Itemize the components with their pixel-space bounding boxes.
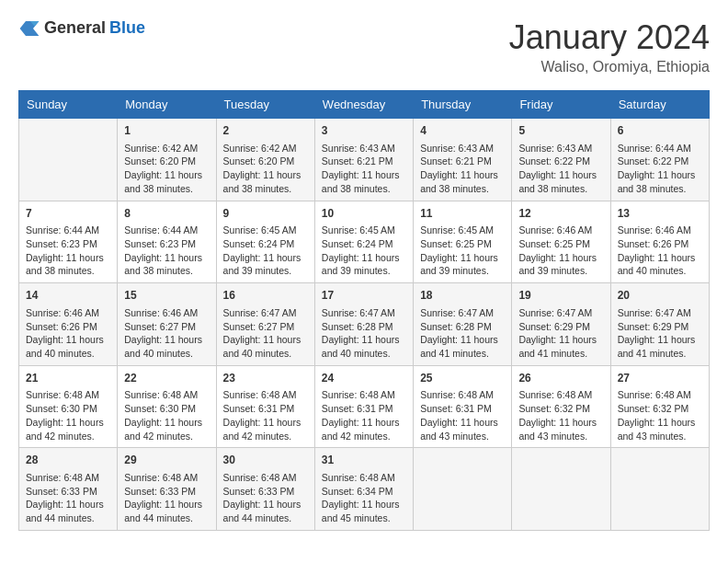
calendar-cell: 12Sunrise: 6:46 AM Sunset: 6:25 PM Dayli…	[512, 201, 610, 283]
day-number: 9	[223, 206, 308, 222]
calendar-cell: 19Sunrise: 6:47 AM Sunset: 6:29 PM Dayli…	[512, 283, 610, 366]
calendar-cell: 4Sunrise: 6:43 AM Sunset: 6:21 PM Daylig…	[414, 119, 512, 201]
calendar-cell: 24Sunrise: 6:48 AM Sunset: 6:31 PM Dayli…	[314, 365, 413, 448]
day-number: 16	[223, 288, 308, 304]
day-number: 12	[518, 206, 603, 222]
calendar-week-row: 14Sunrise: 6:46 AM Sunset: 6:26 PM Dayli…	[19, 283, 710, 366]
day-info: Sunrise: 6:46 AM Sunset: 6:26 PM Dayligh…	[618, 224, 702, 278]
day-number: 24	[322, 371, 406, 386]
month-title: January 2024	[509, 18, 710, 57]
calendar-cell: 31Sunrise: 6:48 AM Sunset: 6:34 PM Dayli…	[314, 448, 413, 531]
day-number: 25	[420, 371, 505, 386]
day-number: 20	[618, 288, 702, 304]
day-number: 8	[124, 206, 209, 222]
col-header-wednesday: Wednesday	[314, 91, 413, 119]
page-header: GeneralBlue January 2024 Waliso, Oromiya…	[18, 18, 710, 75]
calendar-cell: 25Sunrise: 6:48 AM Sunset: 6:31 PM Dayli…	[414, 365, 512, 448]
calendar-cell: 14Sunrise: 6:46 AM Sunset: 6:26 PM Dayli…	[19, 283, 118, 366]
calendar-cell: 13Sunrise: 6:46 AM Sunset: 6:26 PM Dayli…	[610, 201, 709, 283]
day-number: 5	[518, 123, 603, 139]
day-info: Sunrise: 6:43 AM Sunset: 6:21 PM Dayligh…	[322, 142, 406, 196]
calendar-cell: 26Sunrise: 6:48 AM Sunset: 6:32 PM Dayli…	[512, 365, 610, 448]
day-info: Sunrise: 6:48 AM Sunset: 6:31 PM Dayligh…	[223, 388, 308, 442]
day-info: Sunrise: 6:48 AM Sunset: 6:33 PM Dayligh…	[26, 471, 110, 525]
calendar-cell	[414, 448, 512, 531]
calendar-header-row: SundayMondayTuesdayWednesdayThursdayFrid…	[19, 91, 710, 119]
calendar-cell: 10Sunrise: 6:45 AM Sunset: 6:24 PM Dayli…	[314, 201, 413, 283]
day-number: 26	[518, 371, 603, 386]
title-block: January 2024 Waliso, Oromiya, Ethiopia	[509, 18, 710, 75]
calendar-cell: 20Sunrise: 6:47 AM Sunset: 6:29 PM Dayli…	[610, 283, 709, 366]
col-header-sunday: Sunday	[19, 91, 118, 119]
day-info: Sunrise: 6:43 AM Sunset: 6:21 PM Dayligh…	[420, 142, 505, 196]
day-info: Sunrise: 6:48 AM Sunset: 6:32 PM Dayligh…	[618, 388, 702, 442]
calendar-cell	[19, 119, 118, 201]
day-number: 14	[26, 288, 110, 304]
day-info: Sunrise: 6:48 AM Sunset: 6:33 PM Dayligh…	[223, 471, 308, 525]
logo-icon	[18, 19, 40, 38]
day-number: 6	[618, 123, 702, 139]
calendar-cell: 9Sunrise: 6:45 AM Sunset: 6:24 PM Daylig…	[216, 201, 314, 283]
calendar-cell: 7Sunrise: 6:44 AM Sunset: 6:23 PM Daylig…	[19, 201, 118, 283]
calendar-cell: 22Sunrise: 6:48 AM Sunset: 6:30 PM Dayli…	[118, 365, 216, 448]
day-number: 30	[223, 453, 308, 468]
calendar-cell: 5Sunrise: 6:43 AM Sunset: 6:22 PM Daylig…	[512, 119, 610, 201]
calendar-week-row: 21Sunrise: 6:48 AM Sunset: 6:30 PM Dayli…	[19, 365, 710, 448]
day-info: Sunrise: 6:44 AM Sunset: 6:22 PM Dayligh…	[618, 142, 702, 196]
day-number: 13	[618, 206, 702, 222]
day-info: Sunrise: 6:48 AM Sunset: 6:30 PM Dayligh…	[124, 388, 209, 442]
day-info: Sunrise: 6:45 AM Sunset: 6:24 PM Dayligh…	[322, 224, 406, 278]
day-info: Sunrise: 6:48 AM Sunset: 6:31 PM Dayligh…	[420, 388, 505, 442]
calendar-cell: 27Sunrise: 6:48 AM Sunset: 6:32 PM Dayli…	[610, 365, 709, 448]
day-info: Sunrise: 6:44 AM Sunset: 6:23 PM Dayligh…	[124, 224, 209, 278]
day-info: Sunrise: 6:45 AM Sunset: 6:25 PM Dayligh…	[420, 224, 505, 278]
logo-blue: Blue	[109, 18, 145, 38]
calendar-cell: 30Sunrise: 6:48 AM Sunset: 6:33 PM Dayli…	[216, 448, 314, 531]
calendar-cell: 16Sunrise: 6:47 AM Sunset: 6:27 PM Dayli…	[216, 283, 314, 366]
day-number: 11	[420, 206, 505, 222]
calendar-cell	[512, 448, 610, 531]
day-info: Sunrise: 6:46 AM Sunset: 6:25 PM Dayligh…	[518, 224, 603, 278]
calendar-cell: 29Sunrise: 6:48 AM Sunset: 6:33 PM Dayli…	[118, 448, 216, 531]
day-info: Sunrise: 6:47 AM Sunset: 6:29 PM Dayligh…	[618, 306, 702, 361]
calendar-cell: 6Sunrise: 6:44 AM Sunset: 6:22 PM Daylig…	[610, 119, 709, 201]
day-info: Sunrise: 6:48 AM Sunset: 6:31 PM Dayligh…	[322, 388, 406, 442]
day-info: Sunrise: 6:42 AM Sunset: 6:20 PM Dayligh…	[124, 142, 209, 196]
col-header-saturday: Saturday	[610, 91, 709, 119]
calendar-cell: 2Sunrise: 6:42 AM Sunset: 6:20 PM Daylig…	[216, 119, 314, 201]
day-info: Sunrise: 6:45 AM Sunset: 6:24 PM Dayligh…	[223, 224, 308, 278]
calendar-cell: 15Sunrise: 6:46 AM Sunset: 6:27 PM Dayli…	[118, 283, 216, 366]
day-info: Sunrise: 6:47 AM Sunset: 6:29 PM Dayligh…	[518, 306, 603, 361]
calendar-cell: 8Sunrise: 6:44 AM Sunset: 6:23 PM Daylig…	[118, 201, 216, 283]
calendar-cell	[610, 448, 709, 531]
calendar-body: 1Sunrise: 6:42 AM Sunset: 6:20 PM Daylig…	[19, 119, 710, 531]
day-info: Sunrise: 6:48 AM Sunset: 6:34 PM Dayligh…	[322, 471, 406, 525]
day-number: 29	[124, 453, 209, 468]
calendar-cell: 18Sunrise: 6:47 AM Sunset: 6:28 PM Dayli…	[414, 283, 512, 366]
day-info: Sunrise: 6:48 AM Sunset: 6:33 PM Dayligh…	[124, 471, 209, 525]
day-number: 23	[223, 371, 308, 386]
day-info: Sunrise: 6:48 AM Sunset: 6:32 PM Dayligh…	[518, 388, 603, 442]
calendar-cell: 28Sunrise: 6:48 AM Sunset: 6:33 PM Dayli…	[19, 448, 118, 531]
day-info: Sunrise: 6:46 AM Sunset: 6:26 PM Dayligh…	[26, 306, 110, 361]
day-number: 22	[124, 371, 209, 386]
day-info: Sunrise: 6:47 AM Sunset: 6:28 PM Dayligh…	[420, 306, 505, 361]
calendar-week-row: 1Sunrise: 6:42 AM Sunset: 6:20 PM Daylig…	[19, 119, 710, 201]
day-number: 17	[322, 288, 406, 304]
day-number: 27	[618, 371, 702, 386]
day-number: 3	[322, 123, 406, 139]
day-info: Sunrise: 6:47 AM Sunset: 6:27 PM Dayligh…	[223, 306, 308, 361]
logo-general: General	[44, 18, 106, 38]
day-number: 2	[223, 123, 308, 139]
col-header-tuesday: Tuesday	[216, 91, 314, 119]
day-info: Sunrise: 6:42 AM Sunset: 6:20 PM Dayligh…	[223, 142, 308, 196]
col-header-friday: Friday	[512, 91, 610, 119]
day-number: 21	[26, 371, 110, 386]
calendar-cell: 23Sunrise: 6:48 AM Sunset: 6:31 PM Dayli…	[216, 365, 314, 448]
day-number: 18	[420, 288, 505, 304]
day-number: 10	[322, 206, 406, 222]
day-info: Sunrise: 6:43 AM Sunset: 6:22 PM Dayligh…	[518, 142, 603, 196]
day-number: 19	[518, 288, 603, 304]
day-number: 7	[26, 206, 110, 222]
calendar-cell: 3Sunrise: 6:43 AM Sunset: 6:21 PM Daylig…	[314, 119, 413, 201]
